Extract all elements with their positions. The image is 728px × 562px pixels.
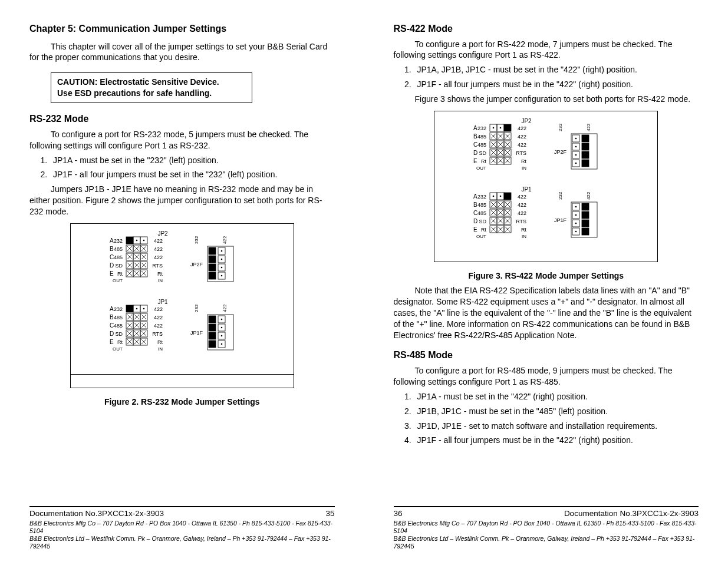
svg-text:422: 422 — [154, 254, 163, 260]
jumper-diagram-fig2: JP2A232422B485422C485422DSDRTSERtRtOUTIN… — [85, 229, 279, 373]
rs232-list-item-1: JP1A - must be set in the "232" (left) p… — [50, 155, 335, 166]
svg-point-314 — [575, 223, 577, 224]
svg-text:A: A — [110, 237, 114, 244]
doc-number: Documentation No.3PXCC1x-2x-3903 — [29, 508, 164, 519]
svg-text:232: 232 — [194, 236, 199, 244]
svg-rect-247 — [504, 193, 511, 200]
svg-text:SD: SD — [115, 331, 123, 337]
svg-text:422: 422 — [154, 238, 163, 244]
caution-line-1: CAUTION: Electrostatic Sensitive Device. — [57, 77, 246, 88]
svg-point-226 — [575, 138, 577, 140]
rs422-para-1: To configure a port for RS-422 mode, 7 j… — [394, 39, 699, 61]
svg-point-248 — [493, 196, 495, 197]
rs232-para-1: To configure a port for RS-232 mode, 5 j… — [29, 129, 335, 151]
svg-point-66 — [220, 250, 222, 252]
caution-box: CAUTION: Electrostatic Sensitive Device.… — [51, 72, 252, 103]
svg-text:422: 422 — [154, 306, 163, 312]
svg-text:D: D — [473, 218, 477, 224]
svg-text:SD: SD — [479, 219, 487, 224]
svg-rect-69 — [209, 256, 216, 263]
svg-rect-87 — [126, 305, 133, 312]
svg-text:A: A — [473, 193, 477, 200]
svg-text:232: 232 — [114, 238, 123, 244]
svg-rect-167 — [504, 124, 511, 131]
svg-text:RTS: RTS — [152, 263, 163, 269]
rs485-list: JP1A - must be set in the "422" (right) … — [397, 391, 699, 447]
svg-text:B: B — [110, 314, 114, 320]
svg-text:485: 485 — [114, 254, 123, 260]
svg-rect-229 — [582, 143, 589, 150]
svg-text:422: 422 — [518, 202, 526, 208]
svg-text:422: 422 — [518, 134, 526, 140]
svg-text:JP1: JP1 — [157, 299, 168, 305]
svg-text:Rt: Rt — [481, 158, 486, 164]
svg-text:D: D — [110, 262, 114, 269]
svg-point-249 — [500, 196, 502, 197]
svg-text:422: 422 — [154, 246, 163, 252]
page-number: 36 — [394, 508, 403, 519]
footer-left: Documentation No.3PXCC1x-2x-3903 35 B&B … — [29, 506, 335, 550]
svg-text:422: 422 — [518, 142, 526, 148]
svg-text:JP2F: JP2F — [190, 262, 203, 267]
svg-point-310 — [575, 214, 577, 216]
svg-point-306 — [575, 206, 577, 208]
svg-text:SD: SD — [115, 263, 123, 269]
svg-text:232: 232 — [558, 123, 563, 131]
svg-point-238 — [575, 163, 577, 164]
svg-point-88 — [143, 308, 144, 310]
svg-text:422: 422 — [154, 315, 163, 320]
svg-text:OUT: OUT — [113, 346, 123, 352]
page-number: 35 — [325, 508, 334, 519]
svg-text:Rt: Rt — [521, 158, 526, 164]
svg-rect-77 — [209, 272, 216, 279]
svg-rect-233 — [582, 151, 589, 158]
svg-text:Rt: Rt — [521, 227, 526, 233]
svg-rect-317 — [582, 228, 589, 235]
rs422-list: JP1A, JP1B, JP1C - must be set in the "4… — [397, 64, 699, 90]
svg-rect-225 — [582, 135, 589, 142]
svg-text:485: 485 — [114, 323, 123, 329]
figure-2-frame: JP2A232422B485422C485422DSDRTSERtRtOUTIN… — [70, 223, 294, 388]
svg-point-318 — [575, 231, 577, 233]
rs485-list-item-2: JP1B, JP1C - must be set in the "485" (l… — [414, 406, 699, 417]
svg-point-230 — [575, 146, 577, 148]
svg-rect-7 — [126, 237, 133, 244]
svg-point-70 — [220, 259, 222, 260]
svg-text:422: 422 — [222, 236, 228, 244]
svg-rect-157 — [209, 340, 216, 348]
svg-text:RTS: RTS — [516, 219, 526, 224]
svg-text:232: 232 — [477, 194, 486, 200]
svg-text:Rt: Rt — [157, 271, 163, 277]
svg-point-158 — [220, 343, 222, 345]
rs485-list-item-1: JP1A - must be set in the "422" (right) … — [414, 391, 699, 402]
rs422-heading: RS-422 Mode — [394, 22, 699, 35]
rs422-list-item-2: JP1F - all four jumpers must be in the "… — [414, 79, 699, 90]
page-left: Chapter 5: Communication Jumper Settings… — [0, 0, 364, 562]
svg-text:E: E — [110, 339, 114, 345]
svg-point-234 — [575, 154, 577, 156]
svg-text:JP2F: JP2F — [554, 149, 567, 155]
svg-text:485: 485 — [477, 134, 486, 140]
svg-text:IN: IN — [522, 166, 526, 171]
svg-text:422: 422 — [518, 210, 526, 216]
svg-text:422: 422 — [518, 125, 526, 131]
svg-text:D: D — [473, 150, 477, 156]
footer-addr-2: B&B Electronics Ltd – Westlink Comm. Pk … — [394, 535, 699, 550]
svg-text:B: B — [473, 201, 477, 208]
svg-text:485: 485 — [477, 202, 486, 208]
svg-rect-153 — [209, 332, 216, 339]
rs422-list-item-1: JP1A, JP1B, JP1C - must be set in the "4… — [414, 64, 699, 75]
svg-text:B: B — [473, 133, 477, 140]
svg-text:422: 422 — [222, 304, 228, 312]
svg-text:JP2: JP2 — [522, 118, 532, 124]
footer-addr-1: B&B Electronics Mfg Co – 707 Dayton Rd -… — [394, 520, 699, 535]
caution-line-2: Use ESD precautions for safe handling. — [57, 88, 246, 99]
svg-text:422: 422 — [586, 123, 591, 131]
svg-rect-145 — [209, 316, 216, 323]
svg-text:E: E — [110, 270, 114, 277]
svg-text:RTS: RTS — [516, 150, 526, 156]
footer-addr-2: B&B Electronics Ltd – Westlink Comm. Pk … — [29, 535, 335, 550]
svg-text:IN: IN — [158, 346, 163, 352]
svg-text:JP2: JP2 — [157, 230, 168, 237]
svg-text:422: 422 — [154, 323, 163, 329]
